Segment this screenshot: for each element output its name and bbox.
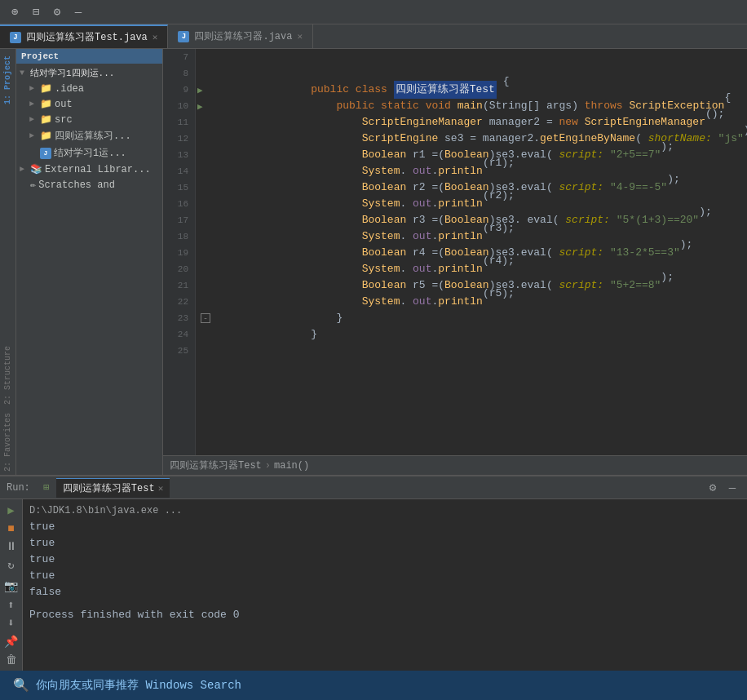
minimize-icon[interactable]: — (70, 4, 86, 20)
param-script1: script: (553, 147, 603, 163)
cls-system3: System (362, 228, 400, 245)
output-line-4: true (29, 568, 740, 584)
tree-scratches[interactable]: ► ✏ Scratches and (16, 177, 162, 193)
tab-test-close[interactable]: ✕ (152, 32, 158, 42)
ln-16: 16 (170, 196, 188, 212)
ln-22: 22 (170, 294, 188, 310)
var-out4: out (413, 261, 431, 277)
fn-println2: println (438, 196, 483, 212)
tree-root[interactable]: ▼ 结对学习1四则运... (16, 65, 162, 81)
str-eval2: "4-9==-5" (610, 179, 667, 196)
fn-getengine: getEngineByName (540, 131, 635, 147)
tree-ext-lib[interactable]: ► 📚 External Librar... (16, 162, 162, 177)
breadcrumb-bar: 四则运算练习器Test › main() (163, 455, 747, 475)
fn-println1: println (438, 163, 483, 179)
stop-btn[interactable]: ■ (3, 521, 20, 535)
output-exit: Process finished with exit code 0 (29, 607, 740, 623)
cls-se: ScriptEngine (362, 131, 439, 147)
pin-btn[interactable]: 📌 (3, 634, 20, 649)
code-line-24: } (222, 326, 747, 343)
tab-test-label: 四则运算练习器Test.java (26, 30, 148, 44)
output-line-1: true (29, 519, 740, 535)
calc-arrow: ► (29, 131, 38, 140)
settings-icon[interactable]: ⚙ (49, 4, 65, 20)
settings-run-btn[interactable]: ⚙ (705, 480, 721, 496)
cls-bool5: Boolean (362, 277, 407, 294)
code-container[interactable]: 7 8 9 10 11 12 13 14 15 16 17 18 19 20 2… (163, 49, 747, 455)
vertical-tabs: 1: Project 2: Structure 2: Favorites (0, 49, 16, 475)
run-content: ▶ ■ ⏸ ↻ 📷 ⬆ ⬇ 📌 🗑 D:\JDK1.8\bin\java.exe… (0, 499, 747, 671)
run-panel: Run: ⊞ 四则运算练习器Test ✕ ⚙ — ▶ ■ ⏸ ↻ 📷 ⬆ ⬇ 📌… (0, 475, 747, 671)
ln-24: 24 (170, 326, 188, 343)
param-script3: script: (559, 212, 610, 228)
add-icon[interactable]: ⊕ (7, 4, 23, 20)
pause-btn[interactable]: ⏸ (3, 539, 20, 554)
output-path: D:\JDK1.8\bin\java.exe ... (29, 503, 740, 519)
ln-15: 15 (170, 179, 188, 196)
fn-println5: println (438, 294, 483, 310)
gutter-fold-23[interactable]: - (196, 310, 215, 326)
line-numbers: 7 8 9 10 11 12 13 14 15 16 17 18 19 20 2… (163, 49, 196, 455)
ln-11: 11 (170, 114, 188, 131)
win-search-text: 你向朋友或同事推荐 Windows Search (36, 678, 241, 693)
run-tab-close[interactable]: ✕ (158, 483, 164, 494)
param-script5: script: (553, 277, 603, 294)
run-label: Run: (7, 482, 37, 494)
top-toolbar: ⊕ ⊟ ⚙ — (0, 0, 747, 24)
breadcrumb-sep: › (265, 460, 271, 472)
ln-20: 20 (170, 261, 188, 277)
vert-tab-project[interactable]: 1: Project (2, 52, 14, 108)
param-script4: script: (553, 245, 603, 261)
kw-class: class (356, 82, 387, 98)
out-folder-icon: 📁 (40, 98, 52, 110)
cls-system1: System (362, 163, 400, 179)
vert-tab-favorites[interactable]: 2: Favorites (2, 410, 14, 475)
src-arrow: ► (29, 115, 38, 124)
str-eval3: "5*(1+3)==20" (617, 212, 699, 228)
file-label: 结对学习1运... (54, 146, 126, 160)
split-icon[interactable]: ⊟ (28, 4, 44, 20)
cls-bool3: Boolean (362, 212, 407, 228)
tree-idea[interactable]: ► 📁 .idea (16, 81, 162, 96)
run-toolbar: Run: ⊞ 四则运算练习器Test ✕ ⚙ — (0, 476, 747, 499)
ln-18: 18 (170, 228, 188, 245)
var-out1: out (413, 163, 431, 179)
ln-25: 25 (170, 343, 188, 359)
ln-7: 7 (170, 49, 188, 65)
ln-21: 21 (170, 277, 188, 294)
tab-main-java[interactable]: J 四则运算练习器.java ✕ (168, 24, 313, 48)
out-arrow: ► (29, 100, 38, 109)
ext-label: External Librar... (45, 164, 151, 175)
run-output: D:\JDK1.8\bin\java.exe ... true true tru… (23, 499, 747, 671)
tab-main-label: 四则运算练习器.java (194, 29, 292, 43)
rerun-btn[interactable]: ↻ (3, 557, 20, 572)
camera-btn[interactable]: 📷 (3, 579, 20, 594)
tab-main-close[interactable]: ✕ (297, 31, 303, 42)
code-lines[interactable]: public class 四则运算练习器Test { public static… (215, 49, 747, 455)
cls-bool2: Boolean (362, 179, 407, 196)
trash-btn[interactable]: 🗑 (3, 653, 20, 667)
code-line-25 (222, 343, 747, 359)
project-panel: Project ▼ 结对学习1四则运... ► 📁 .idea ► 📁 out … (16, 49, 163, 475)
play-btn[interactable]: ▶ (3, 503, 20, 517)
tree-out[interactable]: ► 📁 out (16, 96, 162, 112)
fn-println3: println (438, 228, 483, 245)
vert-tab-structure[interactable]: 2: Structure (2, 343, 14, 408)
tree-file[interactable]: ► J 结对学习1运... (16, 144, 162, 162)
tab-test-java[interactable]: J 四则运算练习器Test.java ✕ (0, 24, 168, 48)
fn-main: main (457, 98, 483, 114)
download-btn[interactable]: ⬇ (3, 616, 20, 631)
var-out2: out (413, 196, 431, 212)
ln-19: 19 (170, 245, 188, 261)
windows-search-bar: 🔍 你向朋友或同事推荐 Windows Search (0, 671, 747, 700)
run-tab-icon: ⊞ (40, 481, 53, 494)
upload-btn[interactable]: ⬆ (3, 597, 20, 612)
tree-src[interactable]: ► 📁 src (16, 112, 162, 127)
panel-header: Project (16, 49, 162, 64)
ln-10: 10 (170, 98, 188, 114)
kw-new: new (559, 114, 578, 131)
kw-static: static (381, 98, 419, 114)
run-tab[interactable]: 四则运算练习器Test ✕ (56, 478, 170, 498)
tree-calculator[interactable]: ► 📁 四则运算练习... (16, 127, 162, 144)
close-run-btn[interactable]: — (724, 480, 740, 496)
